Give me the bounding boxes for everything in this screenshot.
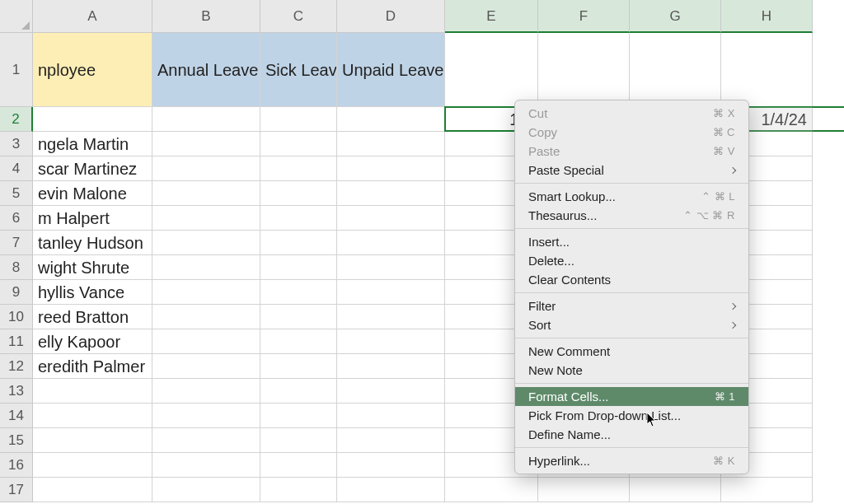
row-header-1[interactable]: 1: [0, 33, 33, 107]
cell-F1[interactable]: [538, 33, 630, 107]
cell-C13[interactable]: [260, 379, 337, 404]
cell-C16[interactable]: [260, 453, 337, 478]
cell-A14[interactable]: [33, 404, 152, 428]
column-header-H[interactable]: H: [721, 0, 813, 33]
cell-C7[interactable]: [260, 231, 337, 255]
menu-item-thesaurus[interactable]: Thesaurus...⌃ ⌥ ⌘ R: [515, 206, 748, 225]
row-header-14[interactable]: 14: [0, 404, 33, 428]
menu-item-clear-contents[interactable]: Clear Contents: [515, 270, 748, 289]
cell-C6[interactable]: [260, 206, 337, 231]
cell-G17[interactable]: [630, 478, 721, 502]
column-header-C[interactable]: C: [260, 0, 337, 33]
cell-C8[interactable]: [260, 255, 337, 280]
menu-item-hyperlink[interactable]: Hyperlink...⌘ K: [515, 451, 748, 470]
row-header-13[interactable]: 13: [0, 379, 33, 404]
menu-item-new-note[interactable]: New Note: [515, 361, 748, 380]
cell-A3[interactable]: ngela Martin: [33, 132, 152, 156]
cell-B14[interactable]: [152, 404, 260, 428]
cell-B6[interactable]: [152, 206, 260, 231]
cell-A12[interactable]: eredith Palmer: [33, 354, 152, 379]
cell-F17[interactable]: [538, 478, 630, 502]
cell-D13[interactable]: [337, 379, 445, 404]
menu-item-paste-special[interactable]: Paste Special: [515, 161, 748, 180]
menu-item-delete[interactable]: Delete...: [515, 251, 748, 270]
row-header-7[interactable]: 7: [0, 231, 33, 255]
column-header-A[interactable]: A: [33, 0, 152, 33]
cell-A8[interactable]: wight Shrute: [33, 255, 152, 280]
cell-H1[interactable]: [721, 33, 813, 107]
cell-B7[interactable]: [152, 231, 260, 255]
cell-C1[interactable]: Sick Leave: [260, 33, 337, 107]
row-header-12[interactable]: 12: [0, 354, 33, 379]
cell-D2[interactable]: [337, 107, 445, 132]
cell-D11[interactable]: [337, 329, 445, 354]
row-header-16[interactable]: 16: [0, 453, 33, 478]
menu-item-new-comment[interactable]: New Comment: [515, 342, 748, 361]
cell-B3[interactable]: [152, 132, 260, 156]
row-header-15[interactable]: 15: [0, 428, 33, 453]
cell-B1[interactable]: Annual Leave: [152, 33, 260, 107]
cell-C12[interactable]: [260, 354, 337, 379]
cell-C15[interactable]: [260, 428, 337, 453]
cell-D14[interactable]: [337, 404, 445, 428]
cell-C11[interactable]: [260, 329, 337, 354]
cell-A2[interactable]: [33, 107, 152, 132]
cell-B16[interactable]: [152, 453, 260, 478]
cell-B10[interactable]: [152, 305, 260, 329]
cell-A17[interactable]: [33, 478, 152, 502]
cell-D15[interactable]: [337, 428, 445, 453]
cell-A16[interactable]: [33, 453, 152, 478]
cell-C3[interactable]: [260, 132, 337, 156]
cell-B2[interactable]: [152, 107, 260, 132]
cell-B12[interactable]: [152, 354, 260, 379]
cell-A13[interactable]: [33, 379, 152, 404]
cell-A9[interactable]: hyllis Vance: [33, 280, 152, 305]
cell-D9[interactable]: [337, 280, 445, 305]
cell-C4[interactable]: [260, 156, 337, 181]
cell-A5[interactable]: evin Malone: [33, 181, 152, 206]
cell-C9[interactable]: [260, 280, 337, 305]
menu-item-insert[interactable]: Insert...: [515, 232, 748, 251]
cell-E17[interactable]: [445, 478, 538, 502]
cell-D6[interactable]: [337, 206, 445, 231]
cell-D16[interactable]: [337, 453, 445, 478]
cell-D8[interactable]: [337, 255, 445, 280]
row-header-2[interactable]: 2: [0, 107, 33, 132]
cell-B17[interactable]: [152, 478, 260, 502]
column-header-B[interactable]: B: [152, 0, 260, 33]
cell-D17[interactable]: [337, 478, 445, 502]
cell-B4[interactable]: [152, 156, 260, 181]
menu-item-sort[interactable]: Sort: [515, 315, 748, 334]
cell-C14[interactable]: [260, 404, 337, 428]
cell-D10[interactable]: [337, 305, 445, 329]
row-header-5[interactable]: 5: [0, 181, 33, 206]
column-header-G[interactable]: G: [630, 0, 721, 33]
cell-C10[interactable]: [260, 305, 337, 329]
cell-C17[interactable]: [260, 478, 337, 502]
cell-H17[interactable]: [721, 478, 813, 502]
cell-A4[interactable]: scar Martinez: [33, 156, 152, 181]
menu-item-pick-from-drop-down-list[interactable]: Pick From Drop-down List...: [515, 406, 748, 425]
menu-item-format-cells[interactable]: Format Cells...⌘ 1: [515, 387, 748, 406]
cell-B15[interactable]: [152, 428, 260, 453]
cell-D7[interactable]: [337, 231, 445, 255]
row-header-11[interactable]: 11: [0, 329, 33, 354]
cell-D4[interactable]: [337, 156, 445, 181]
select-all-corner[interactable]: [0, 0, 33, 33]
row-header-4[interactable]: 4: [0, 156, 33, 181]
cell-B13[interactable]: [152, 379, 260, 404]
cell-B11[interactable]: [152, 329, 260, 354]
cell-B9[interactable]: [152, 280, 260, 305]
cell-C2[interactable]: [260, 107, 337, 132]
context-menu[interactable]: Cut⌘ XCopy⌘ CPaste⌘ VPaste SpecialSmart …: [514, 100, 749, 474]
row-header-9[interactable]: 9: [0, 280, 33, 305]
row-header-10[interactable]: 10: [0, 305, 33, 329]
cell-A15[interactable]: [33, 428, 152, 453]
cell-C5[interactable]: [260, 181, 337, 206]
cell-D1[interactable]: Unpaid Leave: [337, 33, 445, 107]
menu-item-smart-lookup[interactable]: Smart Lookup...⌃ ⌘ L: [515, 187, 748, 206]
menu-item-define-name[interactable]: Define Name...: [515, 425, 748, 444]
row-header-3[interactable]: 3: [0, 132, 33, 156]
column-header-F[interactable]: F: [538, 0, 630, 33]
column-header-E[interactable]: E: [445, 0, 538, 33]
